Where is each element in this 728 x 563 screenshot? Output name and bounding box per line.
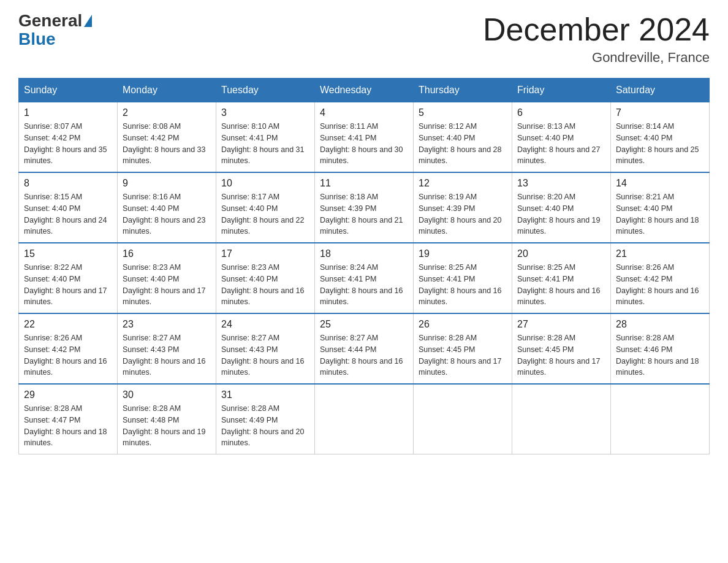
calendar-cell: 1Sunrise: 8:07 AMSunset: 4:42 PMDaylight…	[19, 102, 118, 173]
col-saturday: Saturday	[611, 79, 710, 102]
day-info: Sunrise: 8:27 AMSunset: 4:43 PMDaylight:…	[123, 332, 211, 378]
day-info: Sunrise: 8:25 AMSunset: 4:41 PMDaylight:…	[419, 262, 507, 308]
page-header: General Blue December 2024 Gondreville, …	[18, 12, 710, 66]
calendar-cell: 19Sunrise: 8:25 AMSunset: 4:41 PMDayligh…	[414, 243, 512, 313]
page-subtitle: Gondreville, France	[483, 50, 710, 66]
day-info: Sunrise: 8:27 AMSunset: 4:44 PMDaylight:…	[320, 332, 408, 378]
day-info: Sunrise: 8:12 AMSunset: 4:40 PMDaylight:…	[419, 121, 507, 167]
calendar-cell: 20Sunrise: 8:25 AMSunset: 4:41 PMDayligh…	[512, 243, 611, 313]
logo-triangle-icon	[84, 15, 92, 27]
day-number: 10	[221, 178, 309, 189]
day-number: 21	[616, 248, 704, 259]
day-info: Sunrise: 8:23 AMSunset: 4:40 PMDaylight:…	[123, 262, 211, 308]
calendar-cell: 5Sunrise: 8:12 AMSunset: 4:40 PMDaylight…	[414, 102, 512, 173]
day-info: Sunrise: 8:28 AMSunset: 4:46 PMDaylight:…	[616, 332, 704, 378]
calendar-cell: 11Sunrise: 8:18 AMSunset: 4:39 PMDayligh…	[315, 172, 414, 243]
day-number: 13	[517, 178, 605, 189]
calendar-cell	[611, 384, 710, 454]
day-number: 5	[419, 107, 507, 118]
day-info: Sunrise: 8:19 AMSunset: 4:39 PMDaylight:…	[419, 191, 507, 237]
day-info: Sunrise: 8:27 AMSunset: 4:43 PMDaylight:…	[221, 332, 309, 378]
calendar-cell: 9Sunrise: 8:16 AMSunset: 4:40 PMDaylight…	[118, 172, 216, 243]
calendar-cell: 28Sunrise: 8:28 AMSunset: 4:46 PMDayligh…	[611, 313, 710, 384]
calendar-cell: 15Sunrise: 8:22 AMSunset: 4:40 PMDayligh…	[19, 243, 118, 313]
calendar-cell: 21Sunrise: 8:26 AMSunset: 4:42 PMDayligh…	[611, 243, 710, 313]
week-row: 8Sunrise: 8:15 AMSunset: 4:40 PMDaylight…	[19, 172, 710, 243]
day-info: Sunrise: 8:07 AMSunset: 4:42 PMDaylight:…	[24, 121, 112, 167]
calendar-cell: 23Sunrise: 8:27 AMSunset: 4:43 PMDayligh…	[118, 313, 216, 384]
page-title: December 2024	[483, 12, 710, 47]
calendar-cell: 30Sunrise: 8:28 AMSunset: 4:48 PMDayligh…	[118, 384, 216, 454]
title-section: December 2024 Gondreville, France	[483, 12, 710, 66]
col-tuesday: Tuesday	[216, 79, 315, 102]
calendar-cell: 3Sunrise: 8:10 AMSunset: 4:41 PMDaylight…	[216, 102, 315, 173]
day-number: 8	[24, 178, 112, 189]
day-number: 15	[24, 248, 112, 259]
day-number: 27	[517, 319, 605, 330]
day-info: Sunrise: 8:28 AMSunset: 4:45 PMDaylight:…	[419, 332, 507, 378]
day-number: 29	[24, 389, 112, 400]
calendar-cell	[512, 384, 611, 454]
calendar-cell: 22Sunrise: 8:26 AMSunset: 4:42 PMDayligh…	[19, 313, 118, 384]
calendar-table: Sunday Monday Tuesday Wednesday Thursday…	[18, 78, 710, 454]
calendar-cell: 29Sunrise: 8:28 AMSunset: 4:47 PMDayligh…	[19, 384, 118, 454]
day-number: 18	[320, 248, 408, 259]
day-info: Sunrise: 8:16 AMSunset: 4:40 PMDaylight:…	[123, 191, 211, 237]
day-number: 12	[419, 178, 507, 189]
day-number: 20	[517, 248, 605, 259]
week-row: 1Sunrise: 8:07 AMSunset: 4:42 PMDaylight…	[19, 102, 710, 173]
day-number: 2	[123, 107, 211, 118]
day-info: Sunrise: 8:10 AMSunset: 4:41 PMDaylight:…	[221, 121, 309, 167]
logo: General Blue	[18, 12, 92, 48]
calendar-cell: 10Sunrise: 8:17 AMSunset: 4:40 PMDayligh…	[216, 172, 315, 243]
day-number: 31	[221, 389, 309, 400]
day-info: Sunrise: 8:20 AMSunset: 4:40 PMDaylight:…	[517, 191, 605, 237]
week-row: 15Sunrise: 8:22 AMSunset: 4:40 PMDayligh…	[19, 243, 710, 313]
calendar-cell: 6Sunrise: 8:13 AMSunset: 4:40 PMDaylight…	[512, 102, 611, 173]
week-row: 29Sunrise: 8:28 AMSunset: 4:47 PMDayligh…	[19, 384, 710, 454]
calendar-cell: 25Sunrise: 8:27 AMSunset: 4:44 PMDayligh…	[315, 313, 414, 384]
calendar-cell: 26Sunrise: 8:28 AMSunset: 4:45 PMDayligh…	[414, 313, 512, 384]
day-info: Sunrise: 8:26 AMSunset: 4:42 PMDaylight:…	[616, 262, 704, 308]
day-info: Sunrise: 8:13 AMSunset: 4:40 PMDaylight:…	[517, 121, 605, 167]
day-info: Sunrise: 8:18 AMSunset: 4:39 PMDaylight:…	[320, 191, 408, 237]
day-info: Sunrise: 8:11 AMSunset: 4:41 PMDaylight:…	[320, 121, 408, 167]
day-number: 24	[221, 319, 309, 330]
calendar-cell: 13Sunrise: 8:20 AMSunset: 4:40 PMDayligh…	[512, 172, 611, 243]
day-info: Sunrise: 8:14 AMSunset: 4:40 PMDaylight:…	[616, 121, 704, 167]
calendar-cell: 27Sunrise: 8:28 AMSunset: 4:45 PMDayligh…	[512, 313, 611, 384]
day-info: Sunrise: 8:23 AMSunset: 4:40 PMDaylight:…	[221, 262, 309, 308]
logo-blue-text: Blue	[18, 31, 92, 48]
logo-general-text: General	[18, 12, 82, 29]
calendar-cell	[315, 384, 414, 454]
day-info: Sunrise: 8:08 AMSunset: 4:42 PMDaylight:…	[123, 121, 211, 167]
col-thursday: Thursday	[414, 79, 512, 102]
calendar-cell: 18Sunrise: 8:24 AMSunset: 4:41 PMDayligh…	[315, 243, 414, 313]
day-number: 28	[616, 319, 704, 330]
col-wednesday: Wednesday	[315, 79, 414, 102]
day-number: 25	[320, 319, 408, 330]
calendar-cell	[414, 384, 512, 454]
day-number: 23	[123, 319, 211, 330]
calendar-cell: 24Sunrise: 8:27 AMSunset: 4:43 PMDayligh…	[216, 313, 315, 384]
day-number: 7	[616, 107, 704, 118]
calendar-cell: 31Sunrise: 8:28 AMSunset: 4:49 PMDayligh…	[216, 384, 315, 454]
day-number: 11	[320, 178, 408, 189]
day-info: Sunrise: 8:24 AMSunset: 4:41 PMDaylight:…	[320, 262, 408, 308]
day-info: Sunrise: 8:28 AMSunset: 4:48 PMDaylight:…	[123, 403, 211, 449]
day-number: 17	[221, 248, 309, 259]
calendar-cell: 16Sunrise: 8:23 AMSunset: 4:40 PMDayligh…	[118, 243, 216, 313]
col-monday: Monday	[118, 79, 216, 102]
day-info: Sunrise: 8:28 AMSunset: 4:45 PMDaylight:…	[517, 332, 605, 378]
day-number: 4	[320, 107, 408, 118]
day-info: Sunrise: 8:15 AMSunset: 4:40 PMDaylight:…	[24, 191, 112, 237]
day-number: 22	[24, 319, 112, 330]
day-number: 1	[24, 107, 112, 118]
day-info: Sunrise: 8:22 AMSunset: 4:40 PMDaylight:…	[24, 262, 112, 308]
col-friday: Friday	[512, 79, 611, 102]
day-number: 19	[419, 248, 507, 259]
calendar-cell: 8Sunrise: 8:15 AMSunset: 4:40 PMDaylight…	[19, 172, 118, 243]
day-number: 16	[123, 248, 211, 259]
week-row: 22Sunrise: 8:26 AMSunset: 4:42 PMDayligh…	[19, 313, 710, 384]
day-number: 14	[616, 178, 704, 189]
